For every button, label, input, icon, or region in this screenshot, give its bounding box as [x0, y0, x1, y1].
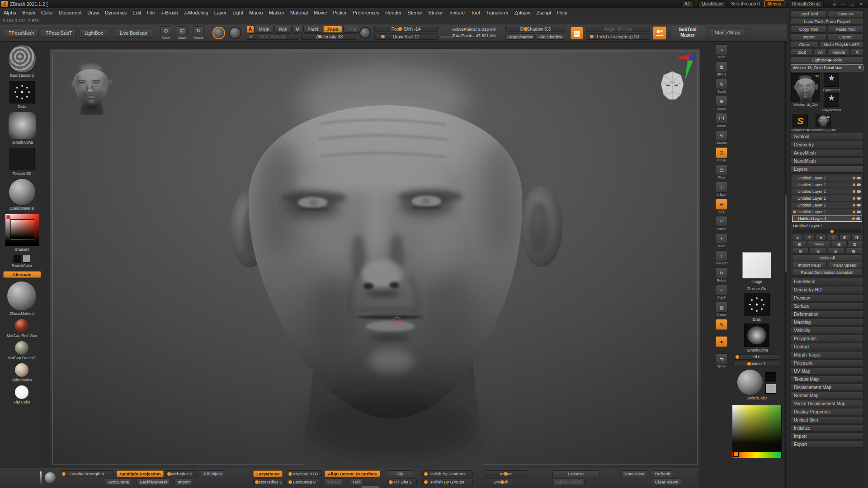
menu-item[interactable]: Zplugin — [514, 10, 530, 15]
hue-strip[interactable] — [732, 452, 781, 458]
accucurve-button[interactable]: AccuCurve — [105, 479, 132, 485]
roll-dist-slider[interactable]: Roll Dist 1 — [387, 479, 417, 485]
layer-intensity-knob[interactable] — [853, 197, 855, 200]
layer-name-button[interactable]: Name — [808, 241, 831, 247]
goz-button[interactable]: GoZ — [791, 49, 813, 56]
texture-on-label[interactable]: Texture On — [747, 286, 766, 291]
colorize-button[interactable]: Colorize — [552, 470, 599, 477]
menu-item[interactable]: Brush — [22, 10, 35, 15]
ac-button[interactable]: AC — [681, 0, 694, 7]
zcut-button[interactable]: Zcut — [343, 26, 360, 33]
layer-eye-icon[interactable] — [857, 190, 861, 193]
menu-item[interactable]: Stencil — [407, 10, 422, 15]
save-as-button[interactable]: Save As — [828, 10, 864, 17]
layer-merge-button[interactable]: ◨ — [851, 234, 862, 240]
smooth-slider[interactable]: Smooth — [485, 479, 517, 485]
layer-eye-icon[interactable] — [857, 177, 861, 179]
tool-section-header[interactable]: Geometry HD — [791, 286, 863, 293]
menu-item[interactable]: J-Modeling — [184, 10, 208, 15]
rotate-tool[interactable]: ↻ Rotate — [192, 26, 205, 40]
tool-section-header[interactable]: Masking — [791, 319, 863, 326]
menu-item[interactable]: Stroke — [428, 10, 443, 15]
tpose-subt-button[interactable]: TPose|SubT — [41, 28, 77, 38]
minimize-icon[interactable]: — — [840, 2, 846, 6]
live-boolean-button[interactable]: Live Boolean — [115, 28, 152, 38]
clone-button[interactable]: Clone — [791, 41, 819, 48]
angle-of-view-slider[interactable]: Angle Of View — [586, 26, 650, 32]
subtool-master-button[interactable]: SubToolMaster — [670, 26, 705, 39]
shelf-tool[interactable]: ↕ Zoom3D — [716, 250, 728, 265]
shelf-tool[interactable]: ▨ Transp — [716, 302, 727, 317]
material-quick-item[interactable]: JBasicMaterial — [7, 282, 36, 319]
layer-row[interactable]: Untitled Layer 1 — [792, 188, 862, 195]
tool-section-header[interactable]: Surface — [791, 302, 863, 310]
menu-item[interactable]: Color — [41, 10, 53, 15]
tool-section-header[interactable]: Morph Target — [791, 351, 863, 358]
menu-item[interactable]: Help — [557, 10, 567, 15]
lightbox-button[interactable]: LightBox — [80, 28, 108, 38]
cylinder3d-thumbnail[interactable]: ★ — [824, 73, 839, 87]
menu-item[interactable]: Render — [385, 10, 401, 15]
tool-section-header[interactable]: Vector Displacement Map — [791, 400, 863, 407]
shelf-tool[interactable]: ✎ — [716, 319, 727, 334]
layer-eye-icon[interactable] — [856, 217, 860, 220]
main-color-swatch-2[interactable] — [765, 372, 776, 382]
layer-eye-icon[interactable] — [857, 183, 861, 186]
shelf-tool[interactable]: ◑ BPR — [716, 44, 727, 59]
rgb-button[interactable]: Rgb — [274, 26, 292, 33]
menu-item[interactable]: Preferences — [353, 10, 379, 15]
tool-section-header[interactable]: FiberMesh — [791, 278, 863, 285]
shelf-tool[interactable]: ⇆ Xpose — [716, 353, 727, 368]
viewport[interactable] — [50, 49, 700, 468]
shelf-tool[interactable]: ● — [716, 336, 727, 351]
layer-eye-icon[interactable] — [857, 204, 861, 206]
restore-icon[interactable]: ▢ — [849, 2, 855, 6]
layer-delete-button[interactable]: □ — [828, 234, 839, 240]
material-thumbnail[interactable] — [9, 179, 35, 205]
shelf-tool[interactable]: ▦ SPix 3 — [716, 61, 727, 76]
layers-section-header[interactable]: Layers — [791, 165, 863, 173]
import-mdd-button[interactable]: Import MDD — [792, 262, 827, 268]
tposemesh-button[interactable]: TPoseMesh — [4, 28, 39, 38]
shelf-tool[interactable]: □ Frame — [716, 216, 727, 231]
layer-tool-button-1[interactable]: ▤ — [792, 248, 809, 254]
layer-intensity-knob[interactable] — [853, 177, 855, 179]
menu-item[interactable]: Edit — [132, 10, 141, 15]
focal-shift-slider[interactable]: Focal Shift -14 — [374, 26, 438, 32]
gravity-direction-slider[interactable] — [40, 471, 42, 485]
objshadow-slider[interactable]: ObjShadow 0.3 — [505, 26, 565, 32]
mdd-speed-slider[interactable]: MDD Speed — [828, 262, 863, 268]
layer-new-button[interactable]: ■ — [816, 234, 826, 240]
stroke-dots-thumbnail[interactable] — [744, 293, 770, 316]
export-button[interactable]: Export — [828, 33, 864, 40]
layer-tool-button-4[interactable]: ▩ — [845, 248, 862, 254]
tool-section-header[interactable]: Geometry — [791, 141, 863, 148]
tool-section-header[interactable]: Unified Skin — [791, 416, 863, 423]
gravity-strength-slider[interactable]: Gravity Strength 0 — [60, 470, 114, 477]
layer-intensity-knob[interactable] — [853, 211, 855, 213]
rgb-intensity-slider[interactable]: Rgb Intensity — [247, 33, 299, 40]
menu-item[interactable]: Zscript — [536, 10, 551, 15]
menu-item[interactable]: File — [147, 10, 155, 15]
adjust-colors-button[interactable]: Adjust Colors — [552, 479, 585, 485]
load-tool-button[interactable]: Load Tool — [791, 10, 827, 17]
shelf-tool[interactable]: ◰ PolyF — [716, 285, 727, 300]
load-tools-from-project-button[interactable]: Load Tools From Project — [791, 18, 863, 25]
active-tool-name[interactable]: Witcher-18_Cloth-Detail-start R — [791, 64, 863, 71]
import-button[interactable]: Import — [791, 33, 827, 40]
tool-section-header[interactable]: Deformation — [791, 310, 863, 318]
switch-color[interactable] — [14, 255, 30, 263]
layer-eye-icon[interactable] — [857, 197, 861, 200]
menu-item[interactable]: Light — [232, 10, 243, 15]
shelf-tool[interactable]: ↻ Rotate — [716, 267, 727, 282]
layer-intensity-knob[interactable] — [852, 217, 855, 220]
paste-tool-button[interactable]: Paste Tool — [828, 26, 864, 33]
layer-intensity-knob[interactable] — [853, 190, 855, 193]
texture-thumbnail[interactable] — [9, 148, 35, 170]
layer-row[interactable]: Untitled Layer 1 — [792, 209, 862, 215]
layer-up-button[interactable]: ▲ — [792, 234, 803, 240]
shelf-tool[interactable]: ◫ L.Sym — [716, 182, 727, 197]
flatshadow-button[interactable]: Flat Shadow — [536, 33, 565, 40]
current-brush-icon[interactable] — [212, 27, 225, 39]
shelf-tool[interactable]: ½ AAHalf — [716, 130, 727, 145]
